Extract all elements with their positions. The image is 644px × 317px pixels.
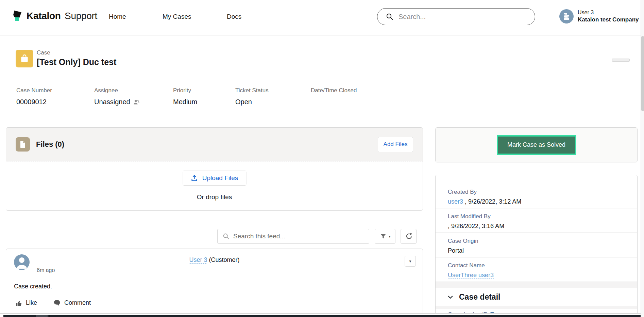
comment-button[interactable]: Comment	[53, 299, 91, 306]
nav-home[interactable]: Home	[109, 13, 126, 20]
record-entity-label: Case	[37, 49, 50, 56]
katalon-support-portal: Katalon Support Home My Cases Docs	[0, 0, 644, 317]
nav-my-cases[interactable]: My Cases	[163, 13, 191, 20]
drop-files-hint: Or drop files	[6, 193, 423, 201]
user-menu[interactable]: User 3 Katalon test Company	[559, 9, 639, 23]
feed-actions: Like Comment	[15, 299, 91, 306]
company-avatar	[559, 9, 574, 23]
files-title: Files (0)	[36, 140, 64, 149]
card-gap	[436, 306, 637, 309]
upload-files-button[interactable]: Upload Files	[183, 171, 246, 186]
feed-timestamp: 6m ago	[37, 267, 55, 273]
section-title: Case detail	[459, 292, 500, 302]
card-gap	[436, 282, 637, 288]
feed-author-suffix: (Customer)	[209, 256, 240, 263]
user-name: User 3	[578, 9, 639, 16]
like-button[interactable]: Like	[15, 299, 37, 306]
thumbs-up-icon	[15, 300, 22, 306]
horizontal-scrollbar[interactable]	[3, 315, 644, 317]
feed-item-body: Case created.	[14, 283, 52, 290]
scrollbar-divider	[49, 315, 50, 317]
user-company: Katalon test Company	[578, 16, 639, 23]
global-search-input[interactable]	[399, 13, 521, 21]
feed-refresh-button[interactable]	[401, 229, 417, 244]
case-action-card: Mark Case as Solved	[435, 127, 638, 162]
chevron-down-icon: ▼	[409, 259, 412, 263]
feed-item-card: 6m ago User 3 (Customer) ▼ Case created.…	[6, 249, 423, 313]
top-nav: Katalon Support Home My Cases Docs	[0, 0, 644, 35]
chevron-down-icon: ▾	[389, 235, 390, 238]
case-detail-section-toggle[interactable]: Case detail	[436, 288, 637, 306]
detail-row-last-modified-by: Last Modified By , 9/26/2022, 3:16 AM	[436, 208, 637, 233]
upload-icon	[191, 174, 198, 182]
feed-author-line: User 3 (Customer)	[6, 256, 423, 264]
katalon-logo-icon	[12, 10, 22, 22]
search-icon	[222, 233, 230, 240]
brand-name: Katalon	[27, 11, 61, 21]
field-ticket-status: Ticket Status Open	[235, 87, 269, 106]
briefcase-icon	[19, 53, 30, 64]
file-icon	[19, 140, 27, 148]
field-date-time-closed: Date/Time Closed	[311, 87, 357, 98]
files-entity-icon	[16, 137, 30, 152]
search-icon	[386, 13, 394, 21]
feed-search-input[interactable]	[233, 233, 359, 240]
horizontal-scrollbar-thumb[interactable]	[36, 315, 48, 317]
feed-item-menu-button[interactable]: ▼	[405, 256, 416, 267]
detail-row-created-by: Created By user3 , 9/26/2022, 3:12 AM	[436, 184, 637, 208]
automation-highlight-frame: Mark Case as Solved	[497, 135, 576, 155]
building-icon	[563, 13, 570, 20]
vertical-scrollbar-thumb[interactable]	[641, 36, 644, 111]
nav-docs[interactable]: Docs	[227, 13, 241, 20]
mark-case-solved-button[interactable]: Mark Case as Solved	[498, 137, 575, 154]
field-case-number: Case Number 00009012	[16, 87, 52, 106]
file-drop-zone[interactable]: Upload Files Or drop files	[6, 161, 423, 211]
feed-author-link[interactable]: User 3	[189, 256, 207, 264]
vertical-scrollbar[interactable]	[641, 0, 644, 317]
files-card-header: Files (0) Add Files	[6, 128, 423, 161]
detail-row-case-origin: Case Origin Portal	[436, 233, 637, 257]
refresh-icon	[405, 233, 412, 240]
add-files-button[interactable]: Add Files	[378, 137, 413, 152]
brand-suffix: Support	[65, 11, 97, 21]
placeholder-dash	[612, 59, 630, 62]
record-title: [Test Only] Duc test	[37, 57, 116, 67]
files-card: Files (0) Add Files Upload Files Or drop…	[6, 127, 423, 211]
comment-bubble-icon	[53, 299, 61, 306]
feed-filter-button[interactable]: ▾	[375, 229, 395, 244]
case-record-icon	[16, 50, 33, 67]
chevron-down-icon	[447, 294, 454, 300]
field-assignee: Assignee Unassigned	[94, 87, 140, 106]
feed-search[interactable]	[217, 229, 369, 244]
created-by-user-link[interactable]: user3	[448, 198, 463, 205]
global-search[interactable]	[377, 8, 535, 25]
filter-funnel-icon	[379, 233, 387, 240]
brand-logo[interactable]: Katalon Support	[12, 10, 97, 22]
record-detail-card: Created By user3 , 9/26/2022, 3:12 AM La…	[435, 175, 638, 317]
field-priority: Priority Medium	[173, 87, 197, 106]
contact-name-link[interactable]: UserThree user3	[448, 272, 494, 279]
detail-row-contact-name: Contact Name UserThree user3	[436, 257, 637, 282]
change-owner-icon[interactable]	[133, 99, 140, 106]
